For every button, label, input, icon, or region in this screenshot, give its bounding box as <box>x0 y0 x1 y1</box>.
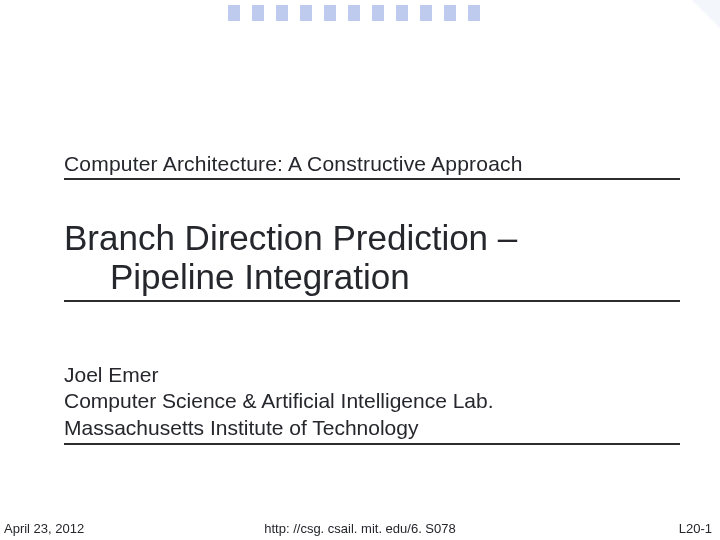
slide: Computer Architecture: A Constructive Ap… <box>0 0 720 540</box>
course-title: Computer Architecture: A Constructive Ap… <box>64 152 680 180</box>
decor-tick <box>396 5 408 21</box>
decor-tick <box>252 5 264 21</box>
lecture-title-line2: Pipeline Integration <box>64 257 680 296</box>
lecture-title: Branch Direction Prediction – Pipeline I… <box>64 218 680 302</box>
footer-page-number: L20-1 <box>679 521 712 536</box>
decor-tick <box>324 5 336 21</box>
author-affiliation-2: Massachusetts Institute of Technology <box>64 415 680 441</box>
decor-tick <box>300 5 312 21</box>
decor-tick <box>444 5 456 21</box>
decor-tick <box>468 5 480 21</box>
footer-url: http: //csg. csail. mit. edu/6. S078 <box>0 521 720 536</box>
author-affiliation-1: Computer Science & Artificial Intelligen… <box>64 388 680 414</box>
author-name: Joel Emer <box>64 362 680 388</box>
decor-tick <box>420 5 432 21</box>
corner-fold-icon <box>692 0 720 28</box>
decor-tick <box>348 5 360 21</box>
decor-tick <box>228 5 240 21</box>
decor-tick <box>276 5 288 21</box>
author-block: Joel Emer Computer Science & Artificial … <box>64 362 680 445</box>
decor-ticks <box>228 5 480 21</box>
lecture-title-line1: Branch Direction Prediction – <box>64 218 680 257</box>
decor-tick <box>372 5 384 21</box>
